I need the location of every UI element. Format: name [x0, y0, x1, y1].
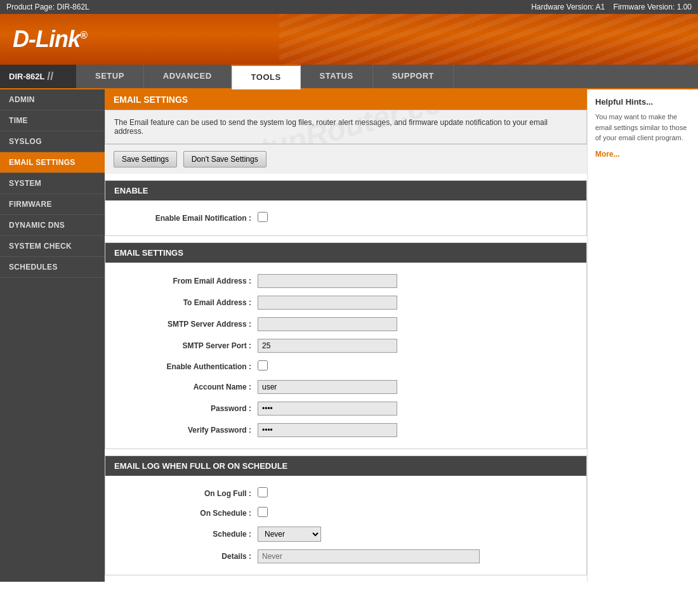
tab-tools[interactable]: TOOLS: [232, 65, 301, 89]
enable-notification-row: Enable Email Notification :: [105, 208, 586, 228]
log-section: EMAIL LOG WHEN FULL OR ON SCHEDULE On Lo…: [105, 455, 587, 575]
account-name-row: Account Name :: [105, 376, 586, 398]
enable-auth-row: Enable Authentication :: [105, 357, 586, 376]
enable-email-notification-checkbox[interactable]: [258, 212, 268, 222]
sidebar-item-time[interactable]: TIME: [0, 110, 105, 131]
sidebar-item-email-settings[interactable]: EMAIL SETTINGS: [0, 152, 105, 173]
watermark: SetupRouter.com: [220, 110, 472, 144]
sidebar-item-dynamic-dns[interactable]: DYNAMIC DNS: [0, 215, 105, 236]
details-row: Details :: [105, 546, 586, 567]
tab-setup[interactable]: SETUP: [76, 65, 144, 88]
save-settings-button[interactable]: Save Settings: [114, 151, 177, 167]
account-name-label: Account Name :: [118, 383, 258, 391]
schedule-row: Schedule : Never: [105, 523, 586, 546]
logo: D-Link®: [13, 26, 87, 53]
dont-save-settings-button[interactable]: Don't Save Settings: [183, 151, 267, 167]
smtp-port-label: SMTP Server Port :: [118, 341, 258, 350]
password-row: Password :: [105, 398, 586, 419]
page-info-section: EMAIL SETTINGS The Email feature can be …: [105, 89, 587, 174]
on-schedule-label: On Schedule :: [118, 509, 258, 518]
enable-auth-label: Enable Authentication :: [118, 362, 258, 371]
email-settings-section: EMAIL SETTINGS From Email Address : To E…: [105, 242, 587, 449]
email-settings-header: EMAIL SETTINGS: [105, 243, 586, 263]
to-email-input[interactable]: [258, 296, 397, 310]
header: D-Link®: [0, 14, 698, 65]
on-schedule-row: On Schedule :: [105, 503, 586, 523]
tab-status[interactable]: STATUS: [301, 65, 373, 88]
to-email-label: To Email Address :: [118, 298, 258, 307]
password-label: Password :: [118, 404, 258, 413]
enable-section-header: ENABLE: [105, 181, 586, 200]
details-input: [258, 549, 480, 563]
smtp-port-input[interactable]: [258, 339, 397, 353]
on-log-full-checkbox[interactable]: [258, 487, 268, 497]
sidebar-item-system[interactable]: SYSTEM: [0, 173, 105, 194]
sidebar-item-schedules[interactable]: SCHEDULES: [0, 257, 105, 278]
verify-password-row: Verify Password :: [105, 419, 586, 441]
smtp-server-label: SMTP Server Address :: [118, 320, 258, 329]
smtp-server-input[interactable]: [258, 317, 397, 331]
enable-auth-checkbox[interactable]: [258, 360, 268, 370]
version-info: Hardware Version: A1 Firmware Version: 1…: [531, 3, 692, 11]
hints-text: You may want to make the email settings …: [595, 112, 690, 143]
smtp-port-row: SMTP Server Port :: [105, 335, 586, 357]
hints-title: Helpful Hints...: [595, 97, 690, 107]
main-content: EMAIL SETTINGS The Email feature can be …: [105, 89, 587, 582]
log-form: On Log Full : On Schedule : Schedule :: [105, 476, 586, 575]
sidebar-item-syslog[interactable]: SYSLOG: [0, 131, 105, 152]
enable-section: ENABLE Enable Email Notification :: [105, 180, 587, 236]
sidebar: ADMIN TIME SYSLOG EMAIL SETTINGS SYSTEM …: [0, 89, 105, 582]
product-label: Product Page: DIR-862L: [6, 3, 89, 11]
on-schedule-checkbox[interactable]: [258, 507, 268, 517]
layout: ADMIN TIME SYSLOG EMAIL SETTINGS SYSTEM …: [0, 89, 698, 582]
on-log-full-row: On Log Full :: [105, 483, 586, 503]
sidebar-item-system-check[interactable]: SYSTEM CHECK: [0, 236, 105, 257]
page-description: The Email feature can be used to send th…: [105, 110, 587, 144]
on-log-full-label: On Log Full :: [118, 489, 258, 498]
from-email-label: From Email Address :: [118, 277, 258, 285]
top-bar: Product Page: DIR-862L Hardware Version:…: [0, 0, 698, 14]
details-label: Details :: [118, 552, 258, 561]
button-row: Save Settings Don't Save Settings: [105, 144, 587, 174]
page-title: EMAIL SETTINGS: [105, 89, 587, 110]
email-settings-form: From Email Address : To Email Address : …: [105, 263, 586, 449]
password-input[interactable]: [258, 402, 397, 416]
right-panel: Helpful Hints... You may want to make th…: [587, 89, 698, 582]
schedule-select[interactable]: Never: [258, 527, 321, 542]
from-email-row: From Email Address :: [105, 270, 586, 292]
more-link[interactable]: More...: [595, 150, 690, 159]
verify-password-label: Verify Password :: [118, 426, 258, 435]
smtp-server-row: SMTP Server Address :: [105, 313, 586, 335]
tab-support[interactable]: SUPPORT: [373, 65, 454, 88]
sidebar-item-firmware[interactable]: FIRMWARE: [0, 194, 105, 215]
to-email-row: To Email Address :: [105, 292, 586, 313]
account-name-input[interactable]: [258, 380, 397, 394]
enable-notification-label: Enable Email Notification :: [118, 214, 258, 223]
sidebar-item-admin[interactable]: ADMIN: [0, 89, 105, 110]
from-email-input[interactable]: [258, 274, 397, 288]
enable-form: Enable Email Notification :: [105, 200, 586, 235]
tab-advanced[interactable]: ADVANCED: [144, 65, 232, 88]
enable-notification-input: [258, 212, 574, 224]
log-section-header: EMAIL LOG WHEN FULL OR ON SCHEDULE: [105, 456, 586, 476]
verify-password-input[interactable]: [258, 423, 397, 437]
nav-tabs: DIR-862L // SETUP ADVANCED TOOLS STATUS …: [0, 65, 698, 89]
device-label: DIR-862L //: [0, 65, 76, 88]
schedule-label: Schedule :: [118, 530, 258, 539]
